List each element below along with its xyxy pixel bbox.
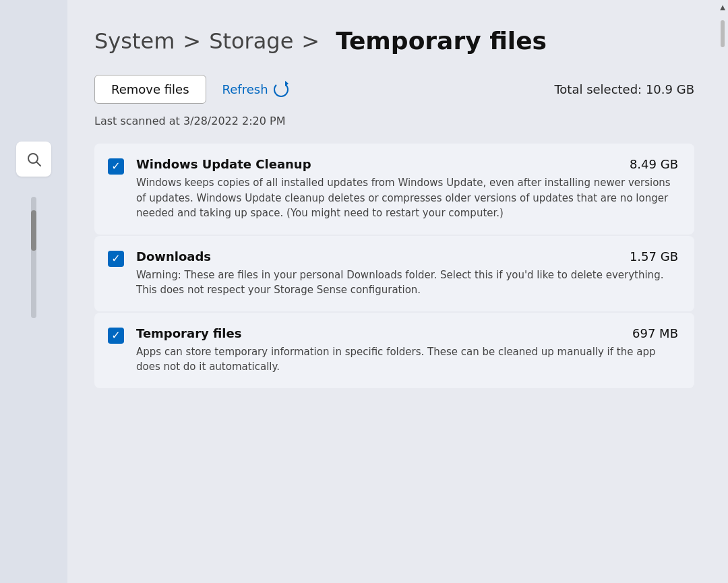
search-icon [26,151,42,167]
item-size: 8.49 GB [630,157,678,171]
scrollbar-track[interactable] [720,13,725,578]
list-item: ✓ Temporary files 697 MB Apps can store … [94,313,694,388]
item-title: Windows Update Cleanup [136,157,311,171]
item-description: Apps can store temporary information in … [136,344,678,375]
last-scanned: Last scanned at 3/28/2022 2:20 PM [94,115,694,127]
checkmark-icon: ✓ [111,161,120,172]
refresh-button[interactable]: Refresh [222,82,289,97]
total-selected: Total selected: 10.9 GB [554,82,694,96]
breadcrumb-current: Temporary files [336,27,547,55]
breadcrumb-separator-2: > [301,28,320,54]
breadcrumb-storage[interactable]: Storage [209,28,293,54]
checkmark-icon: ✓ [111,253,120,264]
item-content-downloads: Downloads 1.57 GB Warning: These are fil… [136,249,678,298]
breadcrumb: System > Storage > Temporary files [94,27,694,55]
svg-line-1 [37,162,41,166]
scrollbar-right[interactable]: ▲ [720,0,725,583]
item-header: Temporary files 697 MB [136,326,678,340]
item-size: 697 MB [632,326,678,340]
item-size: 1.57 GB [630,249,678,264]
item-description: Warning: These are files in your persona… [136,268,678,298]
item-title: Downloads [136,249,211,264]
item-content-windows-update: Windows Update Cleanup 8.49 GB Windows k… [136,157,678,221]
remove-files-button[interactable]: Remove files [94,75,206,104]
action-bar: Remove files Refresh Total selected: 10.… [94,75,694,104]
item-description: Windows keeps copies of all installed up… [136,175,678,221]
checkmark-icon: ✓ [111,330,120,341]
item-header: Downloads 1.57 GB [136,249,678,264]
list-item: ✓ Downloads 1.57 GB Warning: These are f… [94,236,694,311]
checkbox-temp-files[interactable]: ✓ [108,328,124,344]
item-title: Temporary files [136,326,241,340]
search-button[interactable] [16,142,51,177]
checkbox-downloads[interactable]: ✓ [108,251,124,267]
breadcrumb-system[interactable]: System [94,28,175,54]
sidebar [0,0,67,583]
breadcrumb-separator-1: > [183,28,201,54]
item-content-temp-files: Temporary files 697 MB Apps can store te… [136,326,678,375]
sidebar-scrollbar[interactable] [0,197,67,318]
scroll-up-arrow[interactable]: ▲ [719,3,727,11]
checkbox-windows-update[interactable]: ✓ [108,158,124,175]
items-list: ✓ Windows Update Cleanup 8.49 GB Windows… [94,144,694,388]
scrollbar-thumb[interactable] [721,20,725,47]
refresh-label: Refresh [222,82,268,96]
item-header: Windows Update Cleanup 8.49 GB [136,157,678,171]
refresh-icon [274,82,289,97]
list-item: ✓ Windows Update Cleanup 8.49 GB Windows… [94,144,694,235]
main-content: System > Storage > Temporary files Remov… [67,0,728,583]
